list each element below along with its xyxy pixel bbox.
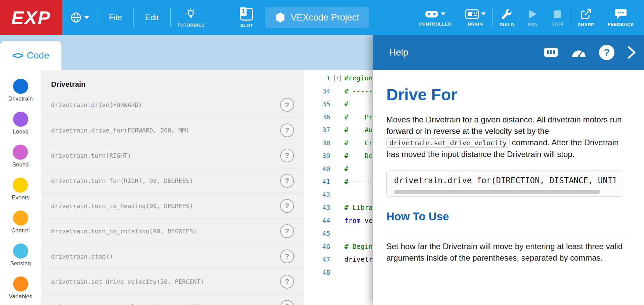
line-number: 37 [304,126,330,134]
line-number: 48 [304,268,330,276]
feedback-label: FEEDBACK [608,22,634,27]
command-row[interactable]: drivetrain.turn_to_rotation(90, DEGREES)… [41,218,304,243]
close-help-button[interactable] [627,45,637,60]
command-row[interactable]: drivetrain.drive(FORWARD)? [41,92,304,117]
command-help-button[interactable]: ? [280,98,294,112]
brain-icon [465,9,479,19]
chevron-down-icon [481,12,486,15]
chevron-right-icon [627,45,637,60]
category-label: Looks [13,128,28,135]
command-help-button[interactable]: ? [280,123,294,137]
line-number: 43 [304,203,330,212]
category-sensing[interactable]: Sensing [10,243,31,267]
slot-button[interactable]: 1 SLOT [233,4,260,31]
dashboard-button[interactable] [571,46,587,59]
command-text: drivetrain.turn(RIGHT) [51,152,280,159]
command-text: drivetrain.drive(FORWARD) [51,101,280,108]
category-variables[interactable]: Variables [9,276,32,300]
command-help-button[interactable]: ? [280,250,294,263]
help-panel: Help ? [373,35,644,305]
inline-command-chip: drivetrain.set_drive_velocity [386,138,510,148]
horizontal-scrollbar[interactable] [394,190,600,194]
help-toggle-button[interactable]: ? [599,45,614,60]
line-number: 40 [304,165,330,173]
vex-exp-logo[interactable]: EXP [0,0,62,35]
command-row[interactable]: drivetrain.set_drive_velocity(50, PERCEN… [41,269,304,294]
feedback-button[interactable]: FEEDBACK [601,5,641,30]
brain-button[interactable]: BRAIN [458,6,492,30]
line-number: 34 [304,87,330,95]
command-text: drivetrain.drive_for(FORWARD, 200, MM) [51,127,280,134]
brain-device-button[interactable] [543,46,559,59]
command-help-button[interactable]: ? [280,149,294,162]
share-button[interactable]: SHARE [571,5,601,30]
command-help-button[interactable]: ? [280,174,294,188]
category-color-dot [13,243,28,259]
language-menu-button[interactable] [62,12,97,23]
command-help-button[interactable]: ? [280,300,294,305]
command-text: drivetrain.turn_for(RIGHT, 90, DEGREES) [51,177,280,184]
command-help-button[interactable]: ? [280,275,294,289]
command-row[interactable]: drivetrain.stop()? [41,243,304,269]
category-drivetrain[interactable]: Drivetrain [8,79,33,102]
command-text: drivetrain.turn_to_heading(90, DEGREES) [51,202,280,209]
slot-icon: 1 [240,8,253,21]
category-control[interactable]: Control [11,211,30,234]
share-icon [580,8,592,20]
category-sound[interactable]: Sound [12,145,29,168]
category-list: DrivetrainLooksSoundEventsControlSensing… [0,70,41,305]
command-row[interactable]: drivetrain.turn_for(RIGHT, 90, DEGREES)? [41,168,304,193]
help-header-icons: ? [543,45,637,60]
intro-text-before: Moves the Drivetrain for a given distanc… [386,115,621,136]
command-panel-header: Drivetrain [41,70,304,92]
topbar: EXP File Edit [0,0,644,35]
file-menu[interactable]: File [97,0,133,35]
category-color-dot [13,145,28,160]
fold-expand-icon[interactable]: + [334,75,341,81]
help-article-title: Drive For [386,85,631,104]
category-color-dot [13,178,28,193]
play-icon [527,9,538,20]
logo-text: EXP [11,7,51,29]
line-number: 46 [304,242,330,251]
command-row[interactable]: drivetrain.set_turn_velocity(50, PERCENT… [41,294,304,305]
code-text: # [344,165,352,173]
command-row[interactable]: drivetrain.turn_to_heading(90, DEGREES)? [41,193,304,218]
controller-button[interactable]: CONTROLLER [412,6,458,30]
fold-gutter: + [330,75,344,81]
build-button[interactable]: BUILD [493,5,521,30]
line-number: 42 [304,191,330,199]
command-row[interactable]: drivetrain.drive_for(FORWARD, 200, MM)? [41,117,304,143]
chevron-down-icon [441,12,445,15]
tab-code[interactable]: <> Code [0,41,61,70]
command-list: drivetrain.drive(FORWARD)?drivetrain.dri… [41,92,304,305]
category-events[interactable]: Events [12,178,29,201]
stop-button[interactable]: STOP [544,6,570,30]
command-text: drivetrain.turn_to_rotation(90, DEGREES) [51,228,280,235]
command-text: drivetrain.set_turn_velocity(50, PERCENT… [51,303,280,305]
controller-icon [425,9,439,19]
command-help-button[interactable]: ? [280,224,294,238]
hexagon-icon [275,12,285,23]
how-to-use-heading: How To Use [386,210,631,223]
slot-label: SLOT [240,23,253,28]
project-title-button[interactable]: VEXcode Project [265,7,369,28]
help-panel-title: Help [389,47,409,58]
line-number: 45 [304,229,330,237]
share-label: SHARE [578,22,594,27]
category-color-dot [13,211,28,226]
command-row[interactable]: drivetrain.turn(RIGHT)? [41,143,304,168]
globe-icon [70,12,82,23]
tutorials-button[interactable]: TUTORIALS [171,5,211,31]
category-looks[interactable]: Looks [13,112,28,135]
code-tab-label: Code [27,50,49,61]
category-label: Control [11,227,30,234]
tutorials-label: TUTORIALS [177,23,205,28]
category-color-dot [13,276,28,292]
build-label: BUILD [500,22,514,27]
command-help-button[interactable]: ? [280,199,294,213]
edit-menu[interactable]: Edit [134,0,170,35]
run-button[interactable]: RUN [521,5,544,30]
controller-label: CONTROLLER [419,22,452,27]
run-label: RUN [527,22,538,27]
